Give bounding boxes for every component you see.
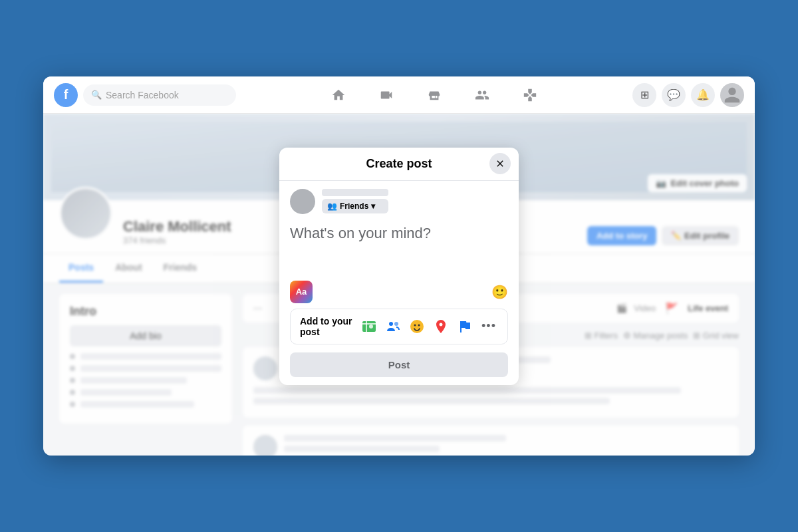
add-to-post-row: Add to your post xyxy=(290,309,508,344)
flag-icon[interactable] xyxy=(456,317,474,336)
modal-text-area[interactable]: What's on your mind? xyxy=(290,222,508,275)
svg-point-3 xyxy=(394,322,398,326)
modal-username xyxy=(322,189,388,196)
friends-icon: 👥 xyxy=(327,201,337,211)
modal-title: Create post xyxy=(366,157,432,171)
add-to-post-icons: ••• xyxy=(360,317,498,336)
svg-point-5 xyxy=(414,324,416,326)
svg-point-2 xyxy=(389,322,393,326)
post-text-placeholder: What's on your mind? xyxy=(290,225,431,241)
emoji-picker-icon[interactable]: 🙂 xyxy=(491,284,508,300)
more-options-icon[interactable]: ••• xyxy=(479,317,498,336)
svg-point-4 xyxy=(410,320,424,333)
create-post-modal: Create post 👥 Friends ▾ xyxy=(279,148,519,385)
modal-user-info: 👥 Friends ▾ xyxy=(322,189,388,213)
modal-header: Create post xyxy=(279,148,519,181)
svg-point-6 xyxy=(418,324,420,326)
post-button[interactable]: Post xyxy=(290,352,508,377)
browser-window: Facebookf 🔍 ⊞ 💬 🔔 xyxy=(43,76,755,456)
svg-point-1 xyxy=(369,325,373,329)
chevron-down-icon: ▾ xyxy=(371,201,375,211)
location-icon[interactable] xyxy=(432,317,450,336)
friends-audience-button[interactable]: 👥 Friends ▾ xyxy=(322,199,388,213)
photo-video-icon[interactable] xyxy=(360,317,378,336)
modal-backdrop: Create post 👥 Friends ▾ xyxy=(43,76,755,456)
modal-body: 👥 Friends ▾ What's on your mind? Aa 🙂 xyxy=(279,181,519,385)
modal-user-avatar xyxy=(290,189,315,214)
add-to-post-label: Add to your post xyxy=(300,316,360,337)
modal-icons-row: Aa 🙂 xyxy=(290,275,508,309)
tag-people-icon[interactable] xyxy=(384,317,402,336)
modal-close-button[interactable] xyxy=(489,153,511,174)
modal-user-row: 👥 Friends ▾ xyxy=(290,189,508,214)
text-background-button[interactable]: Aa xyxy=(290,281,313,303)
emoji-icon[interactable] xyxy=(408,317,426,336)
